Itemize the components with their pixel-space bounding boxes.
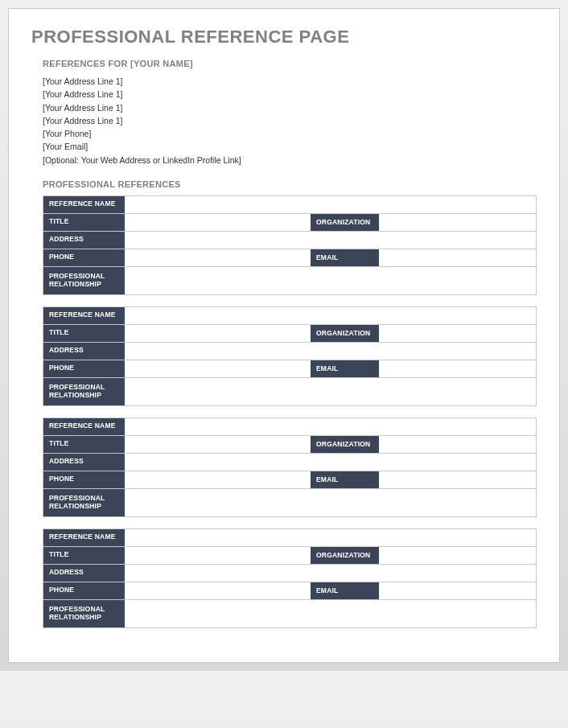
value-phone[interactable] bbox=[125, 471, 311, 488]
value-address[interactable] bbox=[125, 343, 536, 360]
label-phone: PHONE bbox=[43, 249, 125, 266]
info-line: [Your Phone] bbox=[43, 127, 537, 140]
value-professional-relationship[interactable] bbox=[125, 600, 536, 627]
info-line: [Your Address Line 1] bbox=[43, 88, 537, 101]
value-email[interactable] bbox=[379, 249, 536, 266]
label-email: EMAIL bbox=[311, 249, 379, 266]
label-address: ADDRESS bbox=[43, 343, 125, 360]
page-title: PROFESSIONAL REFERENCE PAGE bbox=[31, 27, 537, 47]
value-title[interactable] bbox=[125, 436, 311, 453]
label-reference-name: REFERENCE NAME bbox=[43, 196, 125, 213]
value-address[interactable] bbox=[125, 232, 536, 249]
label-phone: PHONE bbox=[43, 471, 125, 488]
value-phone[interactable] bbox=[125, 249, 311, 266]
label-reference-name: REFERENCE NAME bbox=[43, 307, 125, 324]
section-heading: PROFESSIONAL REFERENCES bbox=[43, 179, 537, 189]
label-professional-relationship: PROFESSIONAL RELATIONSHIP bbox=[43, 267, 125, 294]
value-reference-name[interactable] bbox=[125, 196, 536, 213]
label-title: TITLE bbox=[43, 436, 125, 453]
value-professional-relationship[interactable] bbox=[125, 489, 536, 516]
label-title: TITLE bbox=[43, 214, 125, 231]
label-reference-name: REFERENCE NAME bbox=[43, 529, 125, 546]
value-organization[interactable] bbox=[379, 547, 536, 564]
label-organization: ORGANIZATION bbox=[311, 547, 379, 564]
label-phone: PHONE bbox=[43, 582, 125, 599]
value-title[interactable] bbox=[125, 547, 311, 564]
value-phone[interactable] bbox=[125, 582, 311, 599]
info-line: [Your Email] bbox=[43, 140, 537, 153]
value-professional-relationship[interactable] bbox=[125, 378, 536, 405]
info-line: [Your Address Line 1] bbox=[43, 101, 537, 114]
document-page: PROFESSIONAL REFERENCE PAGE REFERENCES F… bbox=[8, 8, 560, 663]
label-phone: PHONE bbox=[43, 360, 125, 377]
value-phone[interactable] bbox=[125, 360, 311, 377]
value-professional-relationship[interactable] bbox=[125, 267, 536, 294]
label-title: TITLE bbox=[43, 547, 125, 564]
label-address: ADDRESS bbox=[43, 454, 125, 471]
value-address[interactable] bbox=[125, 565, 536, 582]
value-email[interactable] bbox=[379, 360, 536, 377]
label-professional-relationship: PROFESSIONAL RELATIONSHIP bbox=[43, 378, 125, 405]
label-address: ADDRESS bbox=[43, 565, 125, 582]
info-line: [Optional: Your Web Address or LinkedIn … bbox=[43, 154, 537, 167]
label-organization: ORGANIZATION bbox=[311, 436, 379, 453]
label-title: TITLE bbox=[43, 325, 125, 342]
label-email: EMAIL bbox=[311, 582, 379, 599]
info-line: [Your Address Line 1] bbox=[43, 75, 537, 88]
label-address: ADDRESS bbox=[43, 232, 125, 249]
value-organization[interactable] bbox=[379, 436, 536, 453]
references-for-heading: REFERENCES FOR [YOUR NAME] bbox=[43, 59, 537, 68]
your-info-block: [Your Address Line 1] [Your Address Line… bbox=[43, 75, 537, 167]
label-email: EMAIL bbox=[311, 360, 379, 377]
info-line: [Your Address Line 1] bbox=[43, 114, 537, 127]
value-reference-name[interactable] bbox=[125, 418, 536, 435]
reference-block: REFERENCE NAME TITLE ORGANIZATION ADDRES… bbox=[43, 417, 537, 517]
value-title[interactable] bbox=[125, 214, 311, 231]
value-organization[interactable] bbox=[379, 214, 536, 231]
reference-block: REFERENCE NAME TITLE ORGANIZATION ADDRES… bbox=[43, 195, 537, 295]
label-reference-name: REFERENCE NAME bbox=[43, 418, 125, 435]
value-title[interactable] bbox=[125, 325, 311, 342]
value-email[interactable] bbox=[379, 582, 536, 599]
reference-block: REFERENCE NAME TITLE ORGANIZATION ADDRES… bbox=[43, 306, 537, 406]
reference-block: REFERENCE NAME TITLE ORGANIZATION ADDRES… bbox=[43, 529, 537, 628]
label-email: EMAIL bbox=[311, 471, 379, 488]
value-email[interactable] bbox=[379, 471, 536, 488]
value-address[interactable] bbox=[125, 454, 536, 471]
label-professional-relationship: PROFESSIONAL RELATIONSHIP bbox=[43, 600, 125, 627]
label-organization: ORGANIZATION bbox=[311, 214, 379, 231]
label-organization: ORGANIZATION bbox=[311, 325, 379, 342]
value-organization[interactable] bbox=[379, 325, 536, 342]
label-professional-relationship: PROFESSIONAL RELATIONSHIP bbox=[43, 489, 125, 516]
value-reference-name[interactable] bbox=[125, 307, 536, 324]
value-reference-name[interactable] bbox=[125, 529, 536, 546]
